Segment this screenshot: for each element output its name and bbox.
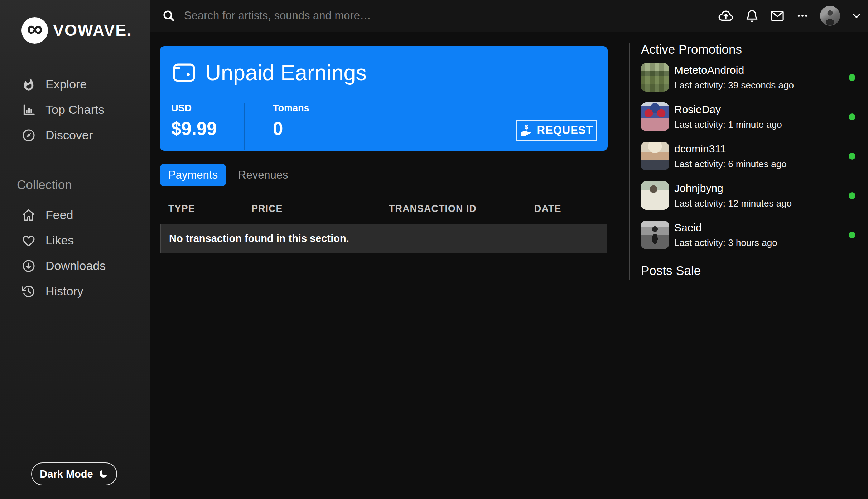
promo-user-info: MetetoAndroid Last activity: 39 seconds … — [674, 64, 794, 91]
promotion-list-item[interactable]: Saeid Last activity: 3 hours ago — [641, 221, 861, 249]
sidebar-collection-nav: Feed Likes Downloads — [0, 202, 150, 304]
sidebar: ∞ VOWAVE. Explore Top Charts — [0, 0, 150, 499]
empty-state-message: No transaction found in this section. — [169, 233, 349, 244]
promo-user-name: dcomin311 — [674, 143, 787, 155]
promo-user-info: Johnjbyng Last activity: 12 minutes ago — [674, 182, 792, 209]
svg-text:$: $ — [525, 124, 529, 130]
promo-user-activity: Last activity: 39 seconds ago — [674, 80, 794, 91]
promo-user-name: MetetoAndroid — [674, 64, 794, 76]
column-header-date: DATE — [534, 203, 607, 214]
sidebar-item-label: Downloads — [45, 259, 106, 273]
sidebar-item-label: Discover — [45, 128, 93, 142]
tomans-stat: Tomans 0 — [273, 103, 309, 139]
sidebar-item-label: Likes — [45, 233, 74, 247]
hand-dollar-icon: $ — [520, 124, 533, 137]
promo-user-avatar — [641, 181, 669, 210]
usd-label: USD — [171, 103, 217, 114]
column-header-type: TYPE — [168, 203, 251, 214]
sidebar-item-discover[interactable]: Discover — [0, 122, 150, 148]
sidebar-item-likes[interactable]: Likes — [0, 228, 150, 253]
column-header-price: PRICE — [251, 203, 389, 214]
heart-icon — [21, 233, 36, 248]
bell-icon[interactable] — [745, 9, 759, 23]
collection-section-title: Collection — [17, 178, 72, 192]
cloud-upload-icon[interactable] — [718, 8, 734, 24]
tab-revenues[interactable]: Revenues — [235, 169, 291, 181]
card-title-row: Unpaid Earnings — [171, 59, 367, 86]
sidebar-item-downloads[interactable]: Downloads — [0, 253, 150, 278]
online-status-dot — [849, 232, 855, 238]
app-root: ∞ VOWAVE. Explore Top Charts — [0, 0, 868, 499]
promotion-list-item[interactable]: MetetoAndroid Last activity: 39 seconds … — [641, 63, 861, 92]
promo-user-activity: Last activity: 12 minutes ago — [674, 198, 792, 209]
unpaid-earnings-card: Unpaid Earnings USD $9.99 Tomans 0 $ REQ… — [160, 46, 608, 151]
search-input[interactable] — [183, 9, 500, 23]
transactions-tabs: Payments Revenues — [160, 164, 291, 186]
posts-sale-title: Posts Sale — [641, 263, 701, 278]
home-icon — [21, 208, 36, 222]
promo-user-info: dcomin311 Last activity: 6 minutes ago — [674, 143, 787, 170]
sidebar-item-label: Explore — [45, 77, 87, 91]
search-icon — [162, 9, 175, 23]
online-status-dot — [849, 153, 855, 160]
sidebar-item-label: Feed — [45, 208, 73, 222]
mail-icon[interactable] — [770, 8, 785, 23]
tomans-value: 0 — [273, 118, 309, 139]
promo-user-avatar — [641, 102, 669, 131]
moon-icon — [98, 469, 108, 479]
promo-user-name: RosieDay — [674, 103, 782, 116]
promo-user-info: RosieDay Last activity: 1 minute ago — [674, 103, 782, 130]
card-title: Unpaid Earnings — [205, 60, 367, 85]
chevron-down-icon[interactable] — [851, 10, 862, 21]
sidebar-item-feed[interactable]: Feed — [0, 202, 150, 228]
stat-divider — [244, 103, 245, 150]
history-icon — [21, 284, 36, 299]
sidebar-item-explore[interactable]: Explore — [0, 72, 150, 97]
bar-chart-icon — [21, 103, 36, 117]
promo-user-avatar — [641, 142, 669, 170]
sidebar-nav: Explore Top Charts Discover — [0, 72, 150, 148]
topbar — [150, 0, 868, 32]
sidebar-item-history[interactable]: History — [0, 278, 150, 304]
promotion-list-item[interactable]: RosieDay Last activity: 1 minute ago — [641, 102, 861, 131]
promo-user-info: Saeid Last activity: 3 hours ago — [674, 222, 777, 248]
transactions-table-header: TYPE PRICE TRANSACTION ID DATE — [160, 203, 607, 214]
user-avatar[interactable] — [820, 6, 840, 26]
usd-value: $9.99 — [171, 118, 217, 139]
download-circle-icon — [21, 259, 36, 273]
sidebar-item-label: Top Charts — [45, 103, 104, 117]
ellipsis-menu-icon[interactable] — [796, 9, 809, 23]
request-payout-button[interactable]: $ REQUEST — [516, 120, 597, 141]
tab-payments[interactable]: Payments — [160, 164, 226, 186]
promo-user-activity: Last activity: 1 minute ago — [674, 119, 782, 130]
compass-icon — [21, 128, 36, 142]
promo-user-avatar — [641, 63, 669, 92]
promotion-list-item[interactable]: dcomin311 Last activity: 6 minutes ago — [641, 142, 861, 170]
topbar-actions — [718, 6, 868, 26]
sidebar-item-label: History — [45, 284, 83, 298]
request-label: REQUEST — [537, 124, 593, 137]
online-status-dot — [849, 74, 855, 81]
column-header-transaction-id: TRANSACTION ID — [389, 203, 534, 214]
empty-state-row: No transaction found in this section. — [160, 224, 607, 253]
active-promotions-title: Active Promotions — [641, 42, 742, 57]
usd-stat: USD $9.99 — [171, 103, 217, 139]
flame-icon — [21, 77, 36, 92]
online-status-dot — [849, 192, 855, 199]
online-status-dot — [849, 113, 855, 120]
dark-mode-toggle[interactable]: Dark Mode — [31, 462, 117, 485]
infinity-logo-icon: ∞ — [21, 17, 48, 44]
brand-logo[interactable]: ∞ VOWAVE. — [21, 17, 132, 44]
right-panel-divider — [629, 43, 630, 280]
promotion-list-item[interactable]: Johnjbyng Last activity: 12 minutes ago — [641, 181, 861, 210]
tomans-label: Tomans — [273, 103, 309, 114]
dark-mode-label: Dark Mode — [40, 468, 93, 480]
brand-name: VOWAVE. — [53, 21, 132, 40]
sidebar-item-top-charts[interactable]: Top Charts — [0, 97, 150, 122]
promo-user-activity: Last activity: 6 minutes ago — [674, 159, 787, 170]
wallet-icon — [171, 59, 197, 86]
promo-user-name: Saeid — [674, 222, 777, 234]
active-promotions-list: MetetoAndroid Last activity: 39 seconds … — [641, 63, 861, 260]
promo-user-name: Johnjbyng — [674, 182, 792, 194]
promo-user-avatar — [641, 221, 669, 249]
